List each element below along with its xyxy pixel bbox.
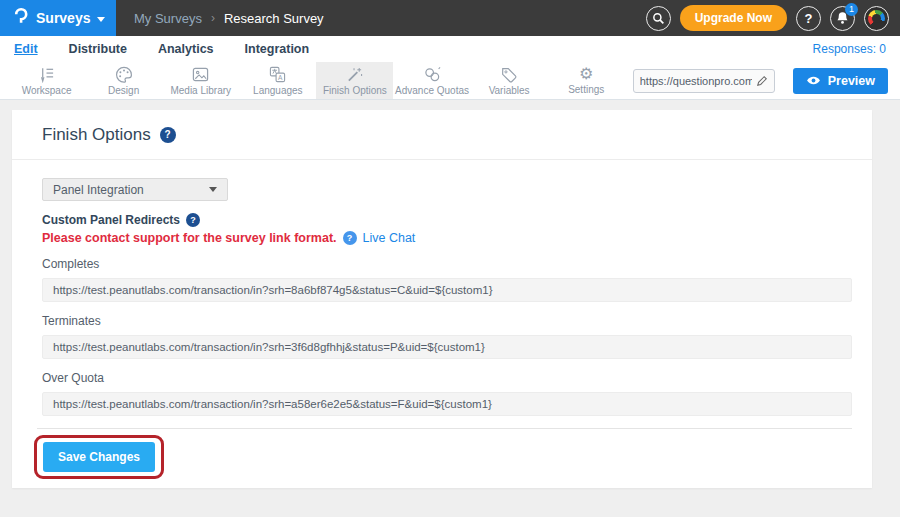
preview-label: Preview <box>828 74 875 88</box>
annotation-highlight: Save Changes <box>34 435 164 479</box>
tab-edit[interactable]: Edit <box>14 42 38 56</box>
over-quota-label: Over Quota <box>42 371 852 385</box>
product-menu[interactable]: Surveys <box>0 0 116 36</box>
tab-analytics[interactable]: Analytics <box>158 42 214 56</box>
account-avatar[interactable] <box>864 6 889 31</box>
questionpro-logo <box>13 7 29 30</box>
support-note-row: Please contact support for the survey li… <box>42 231 852 245</box>
help-button[interactable] <box>796 6 821 31</box>
tool-languages[interactable]: A Languages <box>239 62 316 99</box>
avatar-gauge-icon <box>868 10 885 27</box>
survey-nav: Edit Distribute Analytics Integration Re… <box>0 36 900 62</box>
tag-icon <box>500 66 518 83</box>
image-icon <box>191 66 210 83</box>
tool-advance-quotas[interactable]: Advance Quotas <box>393 62 470 99</box>
completes-label: Completes <box>42 257 852 271</box>
topbar-actions: Upgrade Now 1 <box>646 5 900 31</box>
links-icon <box>423 66 442 83</box>
page-title: Finish Options <box>42 125 151 145</box>
completes-input[interactable] <box>42 278 852 302</box>
support-note: Please contact support for the survey li… <box>42 231 337 245</box>
breadcrumb-my-surveys[interactable]: My Surveys <box>134 11 202 26</box>
eye-icon <box>806 75 821 86</box>
tool-settings[interactable]: ⚙ Settings <box>548 62 625 99</box>
panel-body: Panel Integration Custom Panel Redirects… <box>12 160 872 479</box>
gear-icon: ⚙ <box>579 66 593 82</box>
section-heading-row: Custom Panel Redirects <box>42 213 852 227</box>
save-changes-button[interactable]: Save Changes <box>43 442 155 472</box>
live-chat-link[interactable]: Live Chat <box>363 231 416 245</box>
upgrade-now-button[interactable]: Upgrade Now <box>680 5 787 31</box>
terminates-input[interactable] <box>42 335 852 359</box>
tab-integration[interactable]: Integration <box>245 42 310 56</box>
notification-badge: 1 <box>845 3 858 16</box>
search-icon <box>652 12 665 25</box>
product-name: Surveys <box>36 10 90 26</box>
translate-icon: A <box>268 66 287 83</box>
breadcrumb: My Surveys › Research Survey <box>134 11 324 26</box>
workspace-icon <box>37 66 56 83</box>
chevron-down-icon <box>209 187 217 192</box>
section-heading: Custom Panel Redirects <box>42 213 180 227</box>
panel-select-value: Panel Integration <box>53 183 144 197</box>
notifications-button[interactable]: 1 <box>830 6 855 31</box>
survey-url-text: https://questionpro.com/t/A <box>640 75 752 87</box>
panel-header: Finish Options <box>12 110 872 160</box>
search-button[interactable] <box>646 6 671 31</box>
preview-button[interactable]: Preview <box>793 68 888 94</box>
finish-options-panel: Finish Options Panel Integration Custom … <box>12 110 872 488</box>
top-bar: Surveys My Surveys › Research Survey Upg… <box>0 0 900 36</box>
custom-redirects-help-icon[interactable] <box>186 213 200 227</box>
footer-divider <box>37 428 852 429</box>
live-chat-help-icon[interactable] <box>343 231 357 245</box>
magic-wand-icon <box>345 66 364 83</box>
tool-variables[interactable]: Variables <box>471 62 548 99</box>
tool-finish-options[interactable]: Finish Options <box>316 62 393 99</box>
terminates-label: Terminates <box>42 314 852 328</box>
edit-toolbar: Workspace Design Media Library A Languag… <box>0 62 900 100</box>
chevron-down-icon <box>97 17 105 22</box>
edit-pencil-icon[interactable] <box>756 75 768 87</box>
panel-integration-select[interactable]: Panel Integration <box>42 178 228 201</box>
finish-options-help-icon[interactable] <box>160 127 176 143</box>
tab-distribute[interactable]: Distribute <box>69 42 127 56</box>
tool-design[interactable]: Design <box>85 62 162 99</box>
tool-media-library[interactable]: Media Library <box>162 62 239 99</box>
survey-url-field[interactable]: https://questionpro.com/t/A <box>633 69 775 93</box>
palette-icon <box>115 66 133 83</box>
breadcrumb-separator: › <box>211 11 215 25</box>
tool-workspace[interactable]: Workspace <box>8 62 85 99</box>
breadcrumb-current-survey: Research Survey <box>224 11 324 26</box>
over-quota-input[interactable] <box>42 392 852 416</box>
responses-count[interactable]: Responses: 0 <box>813 42 886 56</box>
svg-text:A: A <box>278 73 283 80</box>
